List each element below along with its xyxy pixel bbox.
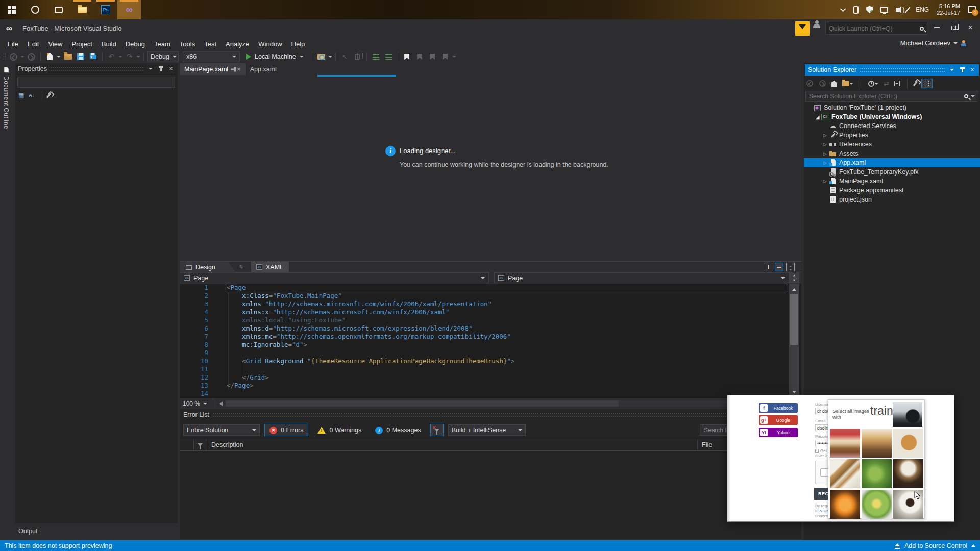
code-line[interactable]: 4 xmlns:x="http://schemas.microsoft.com/… [180, 308, 789, 316]
breadcrumb-right[interactable]: <> Page [494, 272, 789, 283]
increase-indent-button[interactable] [383, 51, 395, 62]
document-outline-tab[interactable]: Document Outline [3, 66, 10, 129]
editor-horizontal-scrollbar[interactable] [226, 400, 789, 407]
code-line[interactable]: 11 [180, 365, 789, 373]
code-line[interactable]: 14 [180, 390, 789, 398]
scrollbar-thumb[interactable] [790, 294, 798, 345]
warnings-toggle-button[interactable]: 0 Warnings [313, 424, 366, 436]
severity-filter-column[interactable] [194, 439, 206, 450]
selection-tool-button[interactable]: ↖ [339, 51, 351, 62]
previous-bookmark-button[interactable] [414, 51, 426, 62]
sync-with-active-document-button[interactable]: ⇄ [884, 80, 889, 87]
show-all-files-button[interactable] [921, 79, 933, 88]
clear-bookmarks-button[interactable] [439, 51, 451, 62]
menu-item-analyze[interactable]: Analyze [221, 39, 254, 49]
cortana-button[interactable] [23, 0, 47, 19]
vertical-split-button[interactable] [764, 263, 772, 271]
tree-item-package-appxmanifest[interactable]: Package.appxmanifest [804, 186, 980, 195]
solution-search-input[interactable] [809, 93, 962, 100]
close-panel-button[interactable]: × [167, 65, 175, 72]
collapse-pane-button[interactable]: ⌄⌄ [786, 263, 795, 271]
menu-item-tools[interactable]: Tools [175, 39, 200, 49]
code-line[interactable]: 9 [180, 349, 789, 357]
undo-button[interactable]: ↶ [106, 51, 117, 62]
scrollbar-thumb[interactable] [226, 400, 619, 407]
decrease-indent-button[interactable] [370, 51, 382, 62]
toggle-bookmark-button[interactable] [401, 51, 413, 62]
find-in-files-button[interactable] [315, 51, 327, 62]
chevron-down-icon[interactable] [20, 56, 24, 60]
editor-splitter-grip[interactable] [789, 272, 799, 283]
checkbox[interactable] [815, 449, 819, 453]
code-line[interactable]: 10 <Grid Background="{ThemeResource Appl… [180, 357, 789, 365]
pending-changes-filter-button[interactable] [868, 81, 878, 87]
display-icon[interactable] [880, 7, 888, 13]
forward-button[interactable] [819, 80, 826, 87]
redo-button[interactable]: ↷ [124, 51, 135, 62]
recaptcha-checkbox[interactable] [820, 468, 828, 477]
categorized-view-button[interactable]: ▦ [18, 92, 24, 99]
save-all-button[interactable] [87, 51, 99, 62]
platform-dropdown[interactable]: x86 [183, 51, 240, 62]
quick-launch-box[interactable] [825, 22, 927, 35]
code-line[interactable]: 8 mc:Ignorable="d"> [180, 341, 789, 349]
window-position-menu[interactable] [147, 66, 154, 72]
chevron-down-icon[interactable] [57, 56, 61, 60]
scroll-left-button[interactable] [215, 399, 224, 408]
code-line[interactable]: 13</Page> [180, 382, 789, 390]
selected-object-box[interactable] [17, 77, 175, 88]
next-bookmark-button[interactable] [427, 51, 438, 62]
source-filter-dropdown[interactable]: Build + IntelliSense [448, 424, 526, 436]
tree-item-solution-foxtube-1-project-[interactable]: Solution 'FoxTube' (1 project) [804, 103, 980, 112]
properties-title-bar[interactable]: Properties × [15, 63, 177, 74]
file-explorer-button[interactable] [70, 0, 94, 19]
editor-vertical-scrollbar[interactable] [789, 284, 799, 398]
tree-item-app-xaml[interactable]: ▷ App.xaml [804, 158, 980, 167]
expander-icon[interactable]: ▷ [821, 133, 829, 138]
visual-studio-button[interactable]: ∞ [117, 0, 141, 19]
start-button[interactable] [0, 0, 23, 19]
tree-item-project-json[interactable]: project.json [804, 195, 980, 204]
scope-filter-dropdown[interactable]: Entire Solution [183, 424, 260, 436]
copy-button[interactable] [352, 51, 363, 62]
code-line[interactable]: 1<Page [180, 284, 789, 292]
breadcrumb-left[interactable]: <> Page [180, 272, 489, 283]
tree-item-assets[interactable]: ▷ Assets [804, 149, 980, 158]
menu-item-help[interactable]: Help [287, 39, 310, 49]
captcha-image-pie-plate[interactable] [893, 429, 923, 458]
add-to-source-control-button[interactable]: Add to Source Control [895, 542, 975, 549]
device-icon[interactable] [853, 6, 859, 14]
save-button[interactable] [75, 51, 86, 62]
expander-icon[interactable]: ◢ [814, 114, 821, 120]
back-button[interactable] [806, 80, 814, 87]
menu-item-edit[interactable]: Edit [23, 39, 43, 49]
chevron-down-icon[interactable] [452, 56, 456, 60]
google-login-button[interactable]: g+ Google [759, 415, 798, 425]
expander-icon[interactable]: ▷ [821, 161, 829, 165]
language-indicator[interactable]: ENG [916, 6, 929, 13]
scroll-up-icon[interactable] [792, 286, 796, 291]
clear-filters-button[interactable]: ✕ [430, 424, 444, 436]
tree-item-foxtube-universal-windows-[interactable]: ◢ FoxTube (Universal Windows) [804, 112, 980, 121]
properties-button[interactable] [915, 81, 916, 86]
captcha-image-salad-bowl[interactable] [862, 490, 892, 519]
close-panel-button[interactable]: × [969, 66, 976, 73]
task-view-button[interactable] [47, 0, 70, 19]
toolbar-grip[interactable] [3, 53, 6, 61]
xaml-view-tab[interactable]: <> XAML [251, 262, 289, 272]
alphabetical-sort-button[interactable]: A↓ [29, 93, 34, 98]
error-list-title-bar[interactable]: Error List [180, 409, 801, 420]
tab-mainpage-xaml[interactable]: MainPage.xaml × [180, 63, 246, 75]
pin-button[interactable] [157, 67, 164, 71]
share-profile-icon[interactable] [813, 24, 820, 28]
tree-item-properties[interactable]: ▷ Properties [804, 131, 980, 140]
code-line[interactable]: 5 xmlns:local="using:FoxTube" [180, 316, 789, 324]
close-icon[interactable]: × [237, 65, 241, 73]
code-line[interactable]: 2 x:Class="FoxTube.MainPage" [180, 292, 789, 300]
photoshop-button[interactable]: Ps [94, 0, 117, 19]
security-shield-icon[interactable] [866, 6, 873, 13]
switch-views-button[interactable] [842, 81, 853, 87]
menu-item-window[interactable]: Window [254, 39, 286, 49]
captcha-image-green-salad[interactable] [862, 459, 892, 488]
tray-expand-icon[interactable] [840, 6, 846, 12]
